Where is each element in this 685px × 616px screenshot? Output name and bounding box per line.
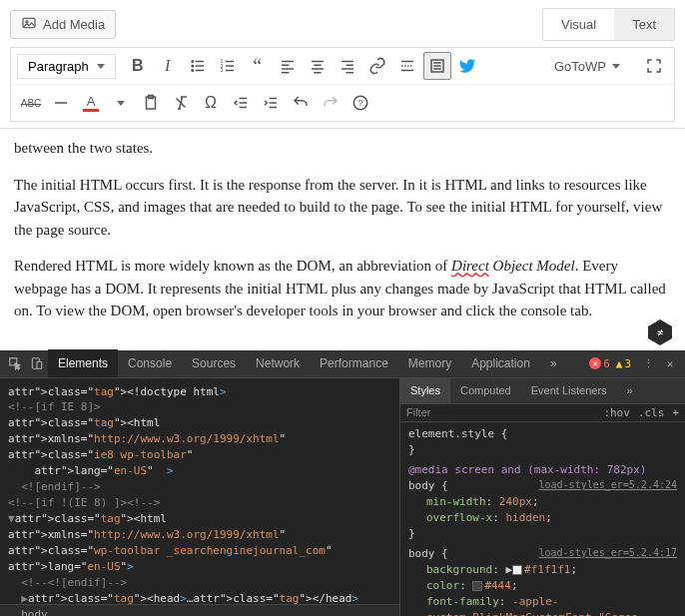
val-min-width: 240px <box>499 495 532 508</box>
p2-seg-a: Rendered HTML is more widely known as th… <box>14 258 451 274</box>
prop-background: background <box>426 563 492 576</box>
chevron-down-icon <box>117 101 125 106</box>
tab-text[interactable]: Text <box>614 9 674 40</box>
strikethrough-button[interactable]: ABC <box>17 89 45 117</box>
extension-badge-icon[interactable]: ≠ <box>645 317 675 347</box>
svg-point-1 <box>26 21 28 23</box>
svg-point-2 <box>192 61 194 63</box>
prop-min-width: min-width <box>426 495 486 508</box>
content-paragraph-1: The initial HTML occurs first. It is the… <box>14 174 671 242</box>
tab-computed[interactable]: Computed <box>450 378 521 404</box>
twitter-icon[interactable] <box>453 52 481 80</box>
media-icon <box>21 15 37 34</box>
source-link-2[interactable]: load-styles_er=5.2.4:17 <box>539 546 677 561</box>
text-color-dropdown[interactable] <box>107 89 135 117</box>
gotowp-label: GoToWP <box>554 59 606 74</box>
tabs-overflow[interactable]: » <box>540 349 567 377</box>
styles-tabs-overflow[interactable]: » <box>617 378 643 404</box>
source-link-1[interactable]: load-styles_er=5.2.4:24 <box>539 478 677 493</box>
val-color: #444 <box>484 579 511 592</box>
svg-text:≠: ≠ <box>657 326 663 338</box>
filter-input[interactable]: Filter <box>406 406 603 418</box>
prop-font-family: font-family <box>426 595 499 608</box>
add-media-label: Add Media <box>43 17 105 32</box>
settings-icon[interactable]: ⋮ <box>637 352 659 374</box>
redo-button[interactable] <box>317 89 344 117</box>
paste-text-button[interactable] <box>137 89 165 117</box>
indent-button[interactable] <box>257 89 285 117</box>
color-swatch[interactable] <box>472 581 482 591</box>
clear-format-button[interactable] <box>167 89 195 117</box>
brace: } <box>408 527 415 540</box>
toolbar-toggle-button[interactable] <box>423 52 451 80</box>
svg-text:?: ? <box>357 98 362 108</box>
prop-color: color <box>426 579 459 592</box>
editor-mode-tabs: Visual Text <box>542 8 675 41</box>
rule-body-1: body { <box>408 479 448 492</box>
p2-direct: Direct <box>451 258 489 274</box>
tab-performance[interactable]: Performance <box>310 349 398 377</box>
device-icon[interactable] <box>26 352 48 374</box>
tab-event-listeners[interactable]: Event Listeners <box>521 378 617 404</box>
val-background: #f1f1f1 <box>524 563 570 576</box>
close-icon[interactable]: ✕ <box>659 352 681 374</box>
textcolor-letter: A <box>87 94 96 109</box>
devtools-panel: Elements Console Sources Network Perform… <box>0 350 685 617</box>
tab-memory[interactable]: Memory <box>398 349 461 377</box>
styles-panel: Styles Computed Event Listeners » Filter… <box>399 378 685 617</box>
css-rules[interactable]: element.style { } @media screen and (max… <box>400 422 685 616</box>
cls-toggle[interactable]: .cls <box>638 406 665 419</box>
fullscreen-button[interactable] <box>640 52 668 80</box>
error-count[interactable]: ✕6 <box>589 357 610 370</box>
align-center-button[interactable] <box>304 52 332 80</box>
gotowp-dropdown[interactable]: GoToWP <box>546 55 628 78</box>
bold-button[interactable]: B <box>124 52 152 80</box>
align-right-button[interactable] <box>334 52 361 80</box>
chevron-down-icon <box>97 64 105 69</box>
text-color-button[interactable]: A <box>77 89 105 117</box>
outdent-button[interactable] <box>227 89 255 117</box>
tab-visual[interactable]: Visual <box>543 9 614 40</box>
rule-media: @media screen and (max-width: 782px) <box>408 463 646 476</box>
link-button[interactable] <box>363 52 391 80</box>
rule-element-style: element.style { <box>408 427 507 440</box>
tab-console[interactable]: Console <box>118 349 182 377</box>
undo-button[interactable] <box>287 89 315 117</box>
format-select[interactable]: Paragraph <box>17 54 116 79</box>
rule-body-2: body { <box>408 547 448 560</box>
help-button[interactable]: ? <box>346 89 374 117</box>
blockquote-button[interactable]: “ <box>244 52 272 80</box>
dom-tree[interactable]: attr">class="tag"><!doctype html><!--[if… <box>0 378 399 604</box>
tab-application[interactable]: Application <box>461 349 540 377</box>
editor-toolbar: Paragraph B I 123 “ GoToWP ABC A <box>10 47 675 122</box>
warning-count-value: 3 <box>624 357 631 370</box>
inspect-icon[interactable] <box>4 352 26 374</box>
content-fragment: between the two states. <box>14 137 671 160</box>
numbered-list-button[interactable]: 123 <box>214 52 242 80</box>
p2-seg-b: Object Model <box>489 258 575 274</box>
prop-overflow-x: overflow-x <box>426 511 492 524</box>
error-count-value: 6 <box>603 357 610 370</box>
read-more-button[interactable] <box>393 52 421 80</box>
hov-toggle[interactable]: :hov <box>603 406 630 419</box>
tab-styles[interactable]: Styles <box>400 378 450 404</box>
val-overflow-x: hidden <box>505 511 545 524</box>
color-swatch[interactable] <box>512 565 522 575</box>
italic-button[interactable]: I <box>154 52 182 80</box>
add-media-button[interactable]: Add Media <box>10 10 116 39</box>
format-select-label: Paragraph <box>28 59 89 74</box>
new-rule-button[interactable]: + <box>672 406 679 419</box>
chevron-down-icon <box>612 64 620 69</box>
hr-button[interactable] <box>47 89 75 117</box>
content-paragraph-2: Rendered HTML is more widely known as th… <box>14 255 671 322</box>
special-char-button[interactable]: Ω <box>197 89 225 117</box>
align-left-button[interactable] <box>274 52 302 80</box>
tab-elements[interactable]: Elements <box>48 349 118 377</box>
breadcrumb[interactable]: … body <box>0 604 399 617</box>
svg-point-4 <box>192 65 194 67</box>
bullet-list-button[interactable] <box>184 52 212 80</box>
editor-content[interactable]: between the two states. The initial HTML… <box>0 129 685 350</box>
tab-network[interactable]: Network <box>246 349 310 377</box>
tab-sources[interactable]: Sources <box>182 349 246 377</box>
warning-count[interactable]: ▲3 <box>616 357 631 370</box>
